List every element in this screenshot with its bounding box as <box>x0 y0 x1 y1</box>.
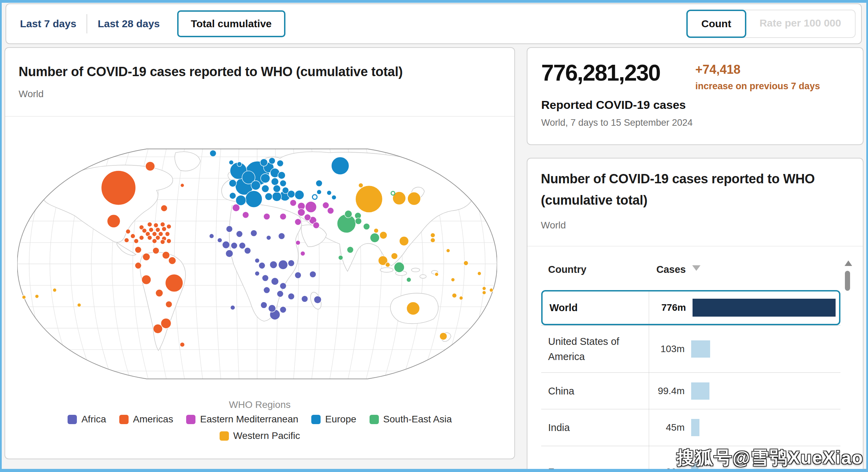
country-bubble-am[interactable] <box>142 275 151 284</box>
country-bubble-wp[interactable] <box>482 291 486 295</box>
country-bubble-af[interactable] <box>288 293 294 300</box>
country-bubble-am[interactable] <box>152 239 157 244</box>
country-bubble-eu[interactable] <box>277 160 283 166</box>
country-bubble-af[interactable] <box>278 233 285 239</box>
legend-item-eastern-mediterranean[interactable]: Eastern Mediterranean <box>186 414 298 425</box>
country-bubble-wp[interactable] <box>440 332 447 340</box>
country-bubble-am[interactable] <box>153 324 162 334</box>
country-bubble-eu[interactable] <box>332 195 336 200</box>
country-bubble-se[interactable] <box>355 218 362 224</box>
country-bubble-af[interactable] <box>314 296 322 304</box>
table-row-world[interactable]: World776m <box>541 290 840 325</box>
country-bubble-eu[interactable] <box>280 180 286 186</box>
country-bubble-am[interactable] <box>143 253 150 261</box>
country-bubble-eu[interactable] <box>282 187 289 194</box>
tab-last-7-days[interactable]: Last 7 days <box>12 13 84 34</box>
country-bubble-se[interactable] <box>363 223 370 230</box>
country-bubble-af[interactable] <box>231 242 238 249</box>
country-bubble-af[interactable] <box>301 296 308 302</box>
country-bubble-af[interactable] <box>251 230 257 236</box>
country-bubble-af[interactable] <box>255 271 260 276</box>
country-bubble-am[interactable] <box>166 224 171 229</box>
country-bubble-am[interactable] <box>107 215 120 228</box>
country-bubble-wp[interactable] <box>451 278 455 282</box>
toggle-rate-per-100000[interactable]: Rate per 100 000 <box>746 10 855 37</box>
legend-item-south-east-asia[interactable]: South-East Asia <box>370 414 452 425</box>
country-bubble-wp[interactable] <box>431 233 435 238</box>
country-bubble-am[interactable] <box>160 222 165 227</box>
country-bubble-eu[interactable] <box>262 185 269 193</box>
country-bubble-eu[interactable] <box>265 193 273 201</box>
country-bubble-eu[interactable] <box>316 180 322 186</box>
country-bubble-af[interactable] <box>263 287 270 294</box>
country-bubble-af[interactable] <box>236 231 243 237</box>
country-bubble-wp[interactable] <box>407 302 420 315</box>
country-bubble-af[interactable] <box>244 247 251 254</box>
country-bubble-em[interactable] <box>297 209 305 216</box>
country-bubble-af[interactable] <box>218 238 222 243</box>
country-bubble-am[interactable] <box>165 232 170 236</box>
country-bubble-am[interactable] <box>153 247 159 254</box>
country-bubble-se[interactable] <box>370 233 380 243</box>
country-bubble-af[interactable] <box>230 305 235 310</box>
country-bubble-af[interactable] <box>271 278 279 285</box>
country-bubble-se[interactable] <box>338 255 343 260</box>
country-bubble-af[interactable] <box>279 260 288 269</box>
country-bubble-am[interactable] <box>155 227 160 232</box>
country-bubble-am[interactable] <box>180 342 185 347</box>
toggle-count[interactable]: Count <box>686 10 747 38</box>
scrollbar-up-arrow-icon[interactable] <box>845 260 852 266</box>
country-bubble-eu[interactable] <box>317 190 322 195</box>
country-bubble-eu[interactable] <box>312 195 317 199</box>
legend-item-europe[interactable]: Europe <box>311 414 356 425</box>
country-bubble-wp[interactable] <box>359 183 363 188</box>
country-bubble-wp[interactable] <box>435 273 438 276</box>
country-bubble-af[interactable] <box>270 261 277 269</box>
country-bubble-eu[interactable] <box>251 181 260 190</box>
country-bubble-am[interactable] <box>147 222 152 227</box>
country-bubble-af[interactable] <box>277 290 283 297</box>
country-bubble-eu[interactable] <box>331 157 349 175</box>
column-header-cases[interactable]: Cases <box>656 264 686 275</box>
country-bubble-am[interactable] <box>154 223 159 228</box>
country-bubble-am[interactable] <box>147 235 152 240</box>
table-row-india[interactable]: India45m <box>541 409 840 446</box>
scrollbar-thumb[interactable] <box>845 271 850 291</box>
country-bubble-wp[interactable] <box>407 192 421 205</box>
country-bubble-se[interactable] <box>406 277 411 282</box>
country-bubble-em[interactable] <box>280 213 286 220</box>
country-bubble-em[interactable] <box>305 201 316 212</box>
country-bubble-eu[interactable] <box>229 160 234 165</box>
country-bubble-wp[interactable] <box>464 261 468 266</box>
country-bubble-se[interactable] <box>394 262 404 273</box>
country-bubble-wp[interactable] <box>446 249 450 253</box>
legend-item-americas[interactable]: Americas <box>119 414 173 425</box>
country-bubble-eu[interactable] <box>245 191 262 207</box>
country-bubble-wp[interactable] <box>459 296 463 300</box>
country-bubble-af[interactable] <box>226 226 233 232</box>
country-bubble-wp[interactable] <box>477 271 481 275</box>
country-bubble-am[interactable] <box>161 318 171 329</box>
country-bubble-af[interactable] <box>255 258 260 263</box>
country-bubble-am[interactable] <box>165 274 183 292</box>
country-bubble-wp[interactable] <box>53 288 57 292</box>
tab-total-cumulative[interactable]: Total cumulative <box>177 10 286 37</box>
country-bubble-eu[interactable] <box>273 185 281 193</box>
country-bubble-am[interactable] <box>165 301 172 308</box>
country-bubble-af[interactable] <box>261 302 267 308</box>
table-row-china[interactable]: China99.4m <box>541 372 840 409</box>
country-bubble-af[interactable] <box>280 306 286 313</box>
country-bubble-em[interactable] <box>232 204 240 212</box>
sort-descending-icon[interactable] <box>692 265 700 271</box>
country-bubble-am[interactable] <box>145 162 155 171</box>
country-bubble-eu[interactable] <box>272 192 282 201</box>
column-header-country[interactable]: Country <box>548 264 586 275</box>
country-bubble-af[interactable] <box>280 283 286 289</box>
country-bubble-eu[interactable] <box>260 159 268 166</box>
country-bubble-af[interactable] <box>268 305 276 312</box>
country-bubble-am[interactable] <box>169 257 176 265</box>
legend-item-western-pacific[interactable]: Western Pacific <box>220 430 300 441</box>
world-bubble-map[interactable] <box>17 147 497 380</box>
country-bubble-am[interactable] <box>160 239 165 244</box>
country-bubble-af[interactable] <box>259 262 265 269</box>
